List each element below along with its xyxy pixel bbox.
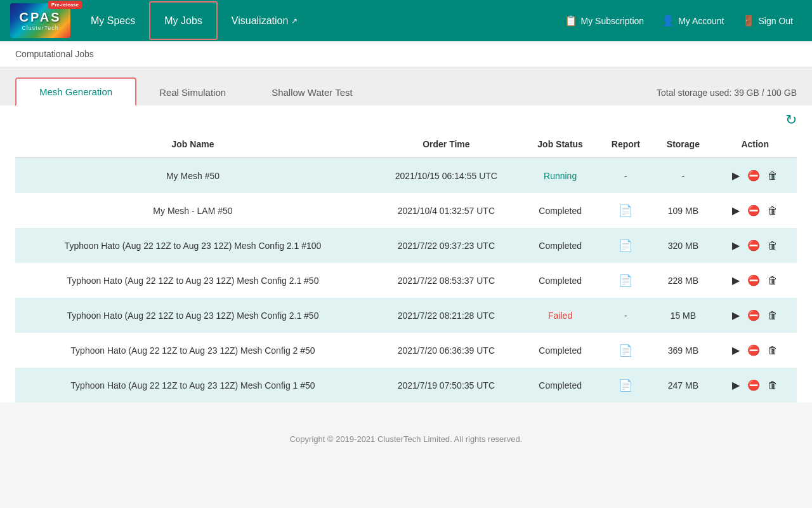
report-icon[interactable]: 📄 [619,344,632,357]
cell-report: 📄 [598,263,653,298]
tab-shallow-water-test[interactable]: Shallow Water Test [249,79,376,105]
cell-report: 📄 [598,368,653,403]
cell-job-status: Completed [522,333,599,368]
account-icon: 👤 [662,15,674,27]
stop-button[interactable]: ⛔ [745,273,763,288]
jobs-table: Job Name Order Time Job Status Report St… [15,131,797,403]
pre-release-badge: Pre-release [48,1,82,9]
cell-storage: 320 MB [653,228,713,263]
cell-storage: - [653,157,713,193]
cell-order-time: 2021/7/22 08:53:37 UTC [370,263,522,298]
main-nav: My Specs My Jobs Visualization ↗ [77,0,556,41]
tab-real-simulation[interactable]: Real Simulation [136,79,249,105]
tab-mesh-generation[interactable]: Mesh Generation [15,77,136,106]
table-row: Typhoon Hato (Aug 22 12Z to Aug 23 12Z) … [15,263,797,298]
cell-job-status: Completed [522,263,599,298]
cell-action: ▶ ⛔ 🗑 [713,263,797,298]
external-link-icon: ↗ [291,17,298,25]
col-action: Action [713,131,797,157]
play-button[interactable]: ▶ [730,203,742,218]
subscription-label: My Subscription [581,16,645,26]
play-button[interactable]: ▶ [730,238,742,253]
storage-info: Total storage used: 39 GB / 100 GB [657,88,797,105]
header: CPAS ClusterTech Pre-release My Specs My… [0,0,812,41]
tabs-area: Mesh Generation Real Simulation Shallow … [0,67,812,105]
stop-button[interactable]: ⛔ [745,238,763,253]
stop-button[interactable]: ⛔ [745,168,763,183]
table-row: Typhoon Hato (Aug 22 12Z to Aug 23 12Z) … [15,228,797,263]
cell-job-name: Typhoon Hato (Aug 22 12Z to Aug 23 12Z) … [15,298,370,333]
logo-cpas-text: CPAS [19,10,61,25]
signout-icon: 🚪 [742,15,755,27]
cell-action: ▶ ⛔ 🗑 [713,228,797,263]
stop-button[interactable]: ⛔ [745,343,763,358]
report-icon[interactable]: 📄 [619,239,632,252]
nav-subscription[interactable]: 📋 My Subscription [556,0,653,41]
report-icon[interactable]: 📄 [619,379,632,392]
main-content: ↻ Job Name Order Time Job Status Report … [0,105,812,403]
nav-visualization[interactable]: Visualization ↗ [218,0,312,41]
cell-storage: 109 MB [653,193,713,228]
play-button[interactable]: ▶ [730,273,742,288]
cell-storage: 15 MB [653,298,713,333]
stop-button[interactable]: ⛔ [745,308,763,323]
col-report: Report [598,131,653,157]
cell-order-time: 2021/10/15 06:14:55 UTC [370,157,522,193]
delete-button[interactable]: 🗑 [765,274,780,288]
cell-order-time: 2021/7/22 09:37:23 UTC [370,228,522,263]
delete-button[interactable]: 🗑 [765,344,780,358]
cell-order-time: 2021/7/19 07:50:35 UTC [370,368,522,403]
cell-report: - [598,157,653,193]
report-dash: - [624,171,627,181]
delete-button[interactable]: 🗑 [765,239,780,253]
nav-signout[interactable]: 🚪 Sign Out [733,0,802,41]
report-icon[interactable]: 📄 [619,204,632,217]
cell-job-status: Completed [522,368,599,403]
col-storage: Storage [653,131,713,157]
logo-subtitle-text: ClusterTech [22,25,59,31]
cell-action: ▶ ⛔ 🗑 [713,368,797,403]
cell-report: 📄 [598,193,653,228]
col-order-time: Order Time [370,131,522,157]
stop-button[interactable]: ⛔ [745,378,763,392]
nav-account[interactable]: 👤 My Account [653,0,733,41]
report-icon[interactable]: 📄 [619,274,632,287]
cell-storage: 247 MB [653,368,713,403]
cell-order-time: 2021/7/22 08:21:28 UTC [370,298,522,333]
table-row: Typhoon Hato (Aug 22 12Z to Aug 23 12Z) … [15,368,797,403]
table-row: Typhoon Hato (Aug 22 12Z to Aug 23 12Z) … [15,333,797,368]
refresh-button[interactable]: ↻ [785,112,797,128]
nav-my-jobs[interactable]: My Jobs [149,1,218,40]
cell-action: ▶ ⛔ 🗑 [713,298,797,333]
play-button[interactable]: ▶ [730,308,742,323]
cell-job-status: Completed [522,193,599,228]
play-button[interactable]: ▶ [730,378,742,392]
col-job-status: Job Status [522,131,599,157]
account-label: My Account [678,16,724,26]
nav-right: 📋 My Subscription 👤 My Account 🚪 Sign Ou… [556,0,802,41]
report-dash: - [624,311,627,321]
cell-report: 📄 [598,333,653,368]
cell-job-name: Typhoon Hato (Aug 22 12Z to Aug 23 12Z) … [15,263,370,298]
stop-button[interactable]: ⛔ [745,203,763,218]
cell-storage: 228 MB [653,263,713,298]
cell-report: - [598,298,653,333]
breadcrumb: Computational Jobs [0,41,812,67]
delete-button[interactable]: 🗑 [765,204,780,218]
play-button[interactable]: ▶ [730,343,742,358]
nav-my-specs[interactable]: My Specs [77,0,149,41]
cell-job-status: Completed [522,228,599,263]
cell-action: ▶ ⛔ 🗑 [713,157,797,193]
table-row: My Mesh - LAM #50 2021/10/4 01:32:57 UTC… [15,193,797,228]
col-job-name: Job Name [15,131,370,157]
delete-button[interactable]: 🗑 [765,169,780,183]
delete-button[interactable]: 🗑 [765,378,780,392]
play-button[interactable]: ▶ [730,168,742,183]
logo-area: CPAS ClusterTech Pre-release [10,3,70,38]
cell-job-name: My Mesh - LAM #50 [15,193,370,228]
cell-job-name: Typhoon Hato (Aug 22 12Z to Aug 23 12Z) … [15,228,370,263]
delete-button[interactable]: 🗑 [765,309,780,323]
cell-order-time: 2021/7/20 06:36:39 UTC [370,333,522,368]
cell-job-name: My Mesh #50 [15,157,370,193]
cell-action: ▶ ⛔ 🗑 [713,333,797,368]
